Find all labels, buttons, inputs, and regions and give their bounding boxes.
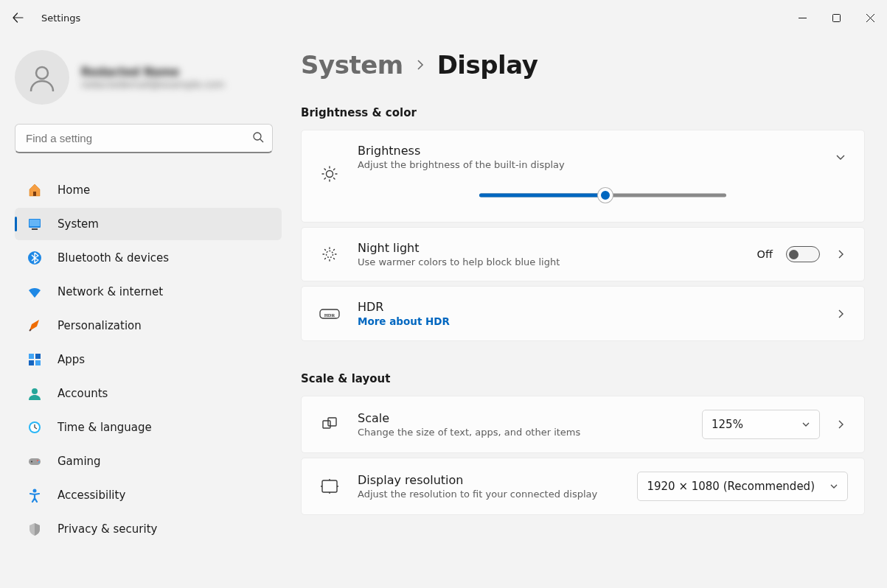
minimize-button[interactable]: [785, 6, 819, 29]
open-button[interactable]: [833, 249, 848, 259]
accessibility-icon: [27, 487, 43, 503]
svg-text:HDR: HDR: [324, 312, 335, 317]
nav-label: Network & internet: [58, 285, 163, 298]
svg-point-19: [33, 489, 37, 493]
resolution-icon: [318, 478, 341, 494]
personalization-icon: [27, 318, 43, 334]
svg-point-17: [37, 460, 38, 461]
card-title: Scale: [358, 411, 686, 425]
svg-point-21: [327, 251, 333, 258]
open-button[interactable]: [833, 309, 848, 319]
bluetooth-icon: [27, 250, 43, 266]
slider-thumb[interactable]: [598, 188, 613, 203]
sidebar-item-home[interactable]: Home: [15, 174, 282, 206]
svg-rect-26: [322, 480, 337, 492]
card-resolution[interactable]: Display resolution Adjust the resolution…: [301, 458, 865, 515]
nav-label: Personalization: [58, 319, 142, 332]
brightness-icon: [318, 164, 341, 183]
select-value: 125%: [712, 418, 743, 431]
resolution-dropdown[interactable]: 1920 × 1080 (Recommended): [637, 472, 848, 501]
nav-label: Accounts: [58, 387, 108, 400]
sidebar-item-network[interactable]: Network & internet: [15, 276, 282, 308]
maximize-icon: [832, 14, 841, 22]
search-input[interactable]: [15, 124, 273, 153]
card-title: HDR: [358, 300, 817, 314]
svg-rect-3: [33, 192, 36, 196]
search-field[interactable]: [15, 124, 273, 153]
sidebar-item-system[interactable]: System: [15, 208, 282, 240]
privacy-icon: [27, 521, 43, 537]
card-hdr[interactable]: HDR HDR More about HDR: [301, 286, 865, 341]
account-block[interactable]: Redacted Name redactedemail@example.com: [15, 50, 282, 105]
breadcrumb-current: Display: [437, 50, 538, 80]
search-icon: [252, 131, 264, 146]
sidebar: Redacted Name redactedemail@example.com …: [0, 35, 288, 588]
time-icon: [27, 419, 43, 435]
svg-rect-24: [323, 421, 330, 428]
back-button[interactable]: [0, 0, 35, 35]
card-title: Night light: [358, 241, 741, 255]
account-text: Redacted Name redactedemail@example.com: [81, 66, 224, 90]
svg-rect-11: [35, 360, 41, 365]
sidebar-item-accessibility[interactable]: Accessibility: [15, 479, 282, 511]
brightness-slider[interactable]: [479, 186, 726, 204]
arrow-left-icon: [12, 12, 24, 24]
system-icon: [27, 216, 43, 232]
sidebar-item-accounts[interactable]: Accounts: [15, 377, 282, 410]
card-title: Brightness: [358, 144, 833, 158]
section-heading-brightness: Brightness & color: [301, 106, 865, 119]
card-scale[interactable]: Scale Change the size of text, apps, and…: [301, 396, 865, 453]
night-light-toggle[interactable]: [786, 246, 820, 262]
nav-label: Bluetooth & devices: [58, 251, 169, 265]
accounts-icon: [27, 385, 43, 402]
scale-dropdown[interactable]: 125%: [702, 410, 820, 439]
breadcrumb-parent[interactable]: System: [301, 50, 403, 80]
toggle-knob: [789, 250, 799, 259]
close-button[interactable]: [853, 6, 887, 29]
sidebar-item-time[interactable]: Time & language: [15, 411, 282, 444]
minimize-icon: [799, 14, 807, 22]
chevron-right-icon: [415, 56, 425, 74]
svg-rect-9: [35, 354, 41, 359]
nav-label: Gaming: [58, 455, 101, 468]
sidebar-item-personalization[interactable]: Personalization: [15, 309, 282, 342]
nav-label: Privacy & security: [58, 522, 157, 536]
chevron-right-icon: [835, 309, 846, 319]
expand-button[interactable]: [833, 152, 848, 162]
scale-icon: [318, 416, 341, 433]
section-heading-scale: Scale & layout: [301, 372, 865, 385]
chevron-right-icon: [835, 419, 846, 430]
titlebar: Settings: [0, 0, 887, 35]
sidebar-item-apps[interactable]: Apps: [15, 343, 282, 376]
maximize-button[interactable]: [819, 6, 853, 29]
svg-point-20: [327, 171, 333, 178]
nav-label: Apps: [58, 353, 85, 366]
svg-point-1: [36, 67, 48, 79]
card-night-light[interactable]: Night light Use warmer colors to help bl…: [301, 227, 865, 281]
card-brightness[interactable]: Brightness Adjust the brightness of the …: [301, 130, 865, 223]
open-button[interactable]: [833, 419, 848, 430]
avatar: [15, 50, 69, 105]
nav-label: Accessibility: [58, 489, 125, 502]
svg-point-2: [254, 133, 261, 140]
close-icon: [866, 14, 874, 22]
night-light-icon: [318, 245, 341, 264]
svg-rect-6: [32, 228, 38, 230]
main-pane: System Display Brightness & color Bright…: [288, 35, 887, 588]
chevron-right-icon: [835, 249, 846, 259]
card-title: Display resolution: [358, 473, 621, 487]
apps-icon: [27, 351, 43, 368]
svg-rect-10: [29, 360, 34, 365]
chevron-down-icon: [829, 482, 838, 491]
sidebar-item-bluetooth[interactable]: Bluetooth & devices: [15, 242, 282, 274]
gaming-icon: [27, 453, 43, 469]
sidebar-item-gaming[interactable]: Gaming: [15, 445, 282, 477]
hdr-icon: HDR: [318, 307, 341, 321]
svg-rect-0: [832, 14, 840, 21]
svg-rect-25: [328, 418, 336, 426]
home-icon: [27, 182, 43, 198]
hdr-more-link[interactable]: More about HDR: [358, 315, 817, 327]
sidebar-item-privacy[interactable]: Privacy & security: [15, 513, 282, 545]
slider-fill: [479, 194, 605, 197]
select-value: 1920 × 1080 (Recommended): [647, 480, 815, 493]
